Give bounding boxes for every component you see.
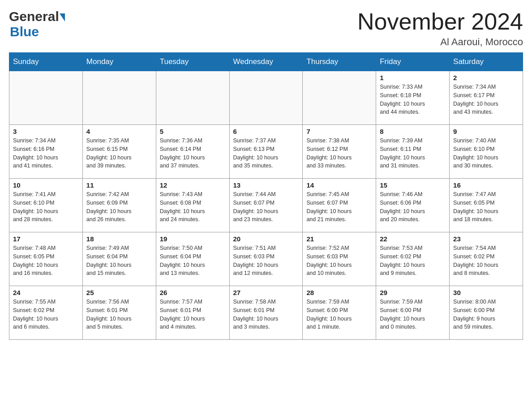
day-info: Sunrise: 7:54 AMSunset: 6:02 PMDaylight:…: [453, 244, 519, 278]
day-number: 17: [13, 235, 79, 243]
calendar-cell: 2Sunrise: 7:34 AMSunset: 6:17 PMDaylight…: [450, 71, 523, 125]
calendar-cell: 9Sunrise: 7:40 AMSunset: 6:10 PMDaylight…: [450, 125, 523, 179]
day-info: Sunrise: 7:59 AMSunset: 6:00 PMDaylight:…: [380, 298, 446, 331]
day-info: Sunrise: 7:42 AMSunset: 6:09 PMDaylight:…: [86, 190, 152, 224]
logo-arrow-icon: [60, 13, 65, 21]
location-label: Al Aaroui, Morocco: [357, 36, 523, 48]
calendar-cell: 13Sunrise: 7:44 AMSunset: 6:07 PMDayligh…: [229, 179, 303, 232]
day-info: Sunrise: 7:35 AMSunset: 6:15 PMDaylight:…: [86, 137, 152, 170]
calendar-cell: 1Sunrise: 7:33 AMSunset: 6:18 PMDaylight…: [376, 71, 450, 125]
day-info: Sunrise: 7:38 AMSunset: 6:12 PMDaylight:…: [306, 137, 372, 170]
day-info: Sunrise: 7:50 AMSunset: 6:04 PMDaylight:…: [160, 244, 226, 278]
calendar-header-row: Sunday Monday Tuesday Wednesday Thursday…: [9, 53, 523, 71]
day-number: 5: [160, 128, 226, 135]
day-info: Sunrise: 7:47 AMSunset: 6:05 PMDaylight:…: [453, 190, 519, 224]
calendar-cell: 10Sunrise: 7:41 AMSunset: 6:10 PMDayligh…: [9, 179, 83, 232]
logo-general-text: General: [9, 9, 59, 24]
day-number: 14: [306, 181, 372, 189]
day-info: Sunrise: 7:56 AMSunset: 6:01 PMDaylight:…: [86, 298, 152, 331]
calendar-cell: 16Sunrise: 7:47 AMSunset: 6:05 PMDayligh…: [450, 179, 523, 232]
calendar-cell: 8Sunrise: 7:39 AMSunset: 6:11 PMDaylight…: [376, 125, 450, 179]
day-number: 26: [160, 289, 226, 296]
calendar-cell: 21Sunrise: 7:52 AMSunset: 6:03 PMDayligh…: [303, 232, 376, 286]
calendar-cell: [229, 71, 303, 125]
day-number: 7: [306, 128, 372, 135]
day-number: 23: [453, 235, 519, 243]
calendar-cell: 15Sunrise: 7:46 AMSunset: 6:06 PMDayligh…: [376, 179, 450, 232]
day-number: 21: [306, 235, 372, 243]
day-number: 27: [233, 289, 299, 296]
day-number: 18: [86, 235, 152, 243]
day-info: Sunrise: 7:53 AMSunset: 6:02 PMDaylight:…: [380, 244, 446, 278]
logo-blue-text: Blue: [10, 24, 39, 39]
day-number: 24: [13, 289, 79, 296]
header-wednesday: Wednesday: [229, 53, 303, 71]
day-info: Sunrise: 7:49 AMSunset: 6:04 PMDaylight:…: [86, 244, 152, 278]
calendar-cell: [82, 71, 156, 125]
calendar-cell: [9, 71, 83, 125]
calendar-cell: 26Sunrise: 7:57 AMSunset: 6:01 PMDayligh…: [156, 286, 229, 340]
calendar-cell: 14Sunrise: 7:45 AMSunset: 6:07 PMDayligh…: [303, 179, 376, 232]
day-info: Sunrise: 7:55 AMSunset: 6:02 PMDaylight:…: [13, 298, 79, 331]
calendar-cell: 5Sunrise: 7:36 AMSunset: 6:14 PMDaylight…: [156, 125, 229, 179]
calendar-table: Sunday Monday Tuesday Wednesday Thursday…: [9, 52, 523, 340]
calendar-cell: 3Sunrise: 7:34 AMSunset: 6:16 PMDaylight…: [9, 125, 83, 179]
day-number: 3: [13, 128, 79, 135]
day-number: 22: [380, 235, 446, 243]
calendar-cell: 23Sunrise: 7:54 AMSunset: 6:02 PMDayligh…: [450, 232, 523, 286]
day-number: 25: [86, 289, 152, 296]
day-number: 15: [380, 181, 446, 189]
day-number: 8: [380, 128, 446, 135]
day-info: Sunrise: 7:57 AMSunset: 6:01 PMDaylight:…: [160, 298, 226, 331]
week-row-3: 10Sunrise: 7:41 AMSunset: 6:10 PMDayligh…: [9, 179, 523, 232]
header-thursday: Thursday: [303, 53, 376, 71]
week-row-5: 24Sunrise: 7:55 AMSunset: 6:02 PMDayligh…: [9, 286, 523, 340]
day-number: 10: [13, 181, 79, 189]
day-number: 11: [86, 181, 152, 189]
day-info: Sunrise: 7:41 AMSunset: 6:10 PMDaylight:…: [13, 190, 79, 224]
day-number: 13: [233, 181, 299, 189]
day-info: Sunrise: 7:58 AMSunset: 6:01 PMDaylight:…: [233, 298, 299, 331]
calendar-cell: 24Sunrise: 7:55 AMSunset: 6:02 PMDayligh…: [9, 286, 83, 340]
day-info: Sunrise: 7:36 AMSunset: 6:14 PMDaylight:…: [160, 137, 226, 170]
day-number: 19: [160, 235, 226, 243]
day-info: Sunrise: 7:33 AMSunset: 6:18 PMDaylight:…: [380, 83, 446, 116]
calendar-cell: 29Sunrise: 7:59 AMSunset: 6:00 PMDayligh…: [376, 286, 450, 340]
page-header: General Blue November 2024 Al Aaroui, Mo…: [9, 9, 523, 48]
calendar-cell: 12Sunrise: 7:43 AMSunset: 6:08 PMDayligh…: [156, 179, 229, 232]
day-info: Sunrise: 7:44 AMSunset: 6:07 PMDaylight:…: [233, 190, 299, 224]
day-info: Sunrise: 7:39 AMSunset: 6:11 PMDaylight:…: [380, 137, 446, 170]
day-info: Sunrise: 7:52 AMSunset: 6:03 PMDaylight:…: [306, 244, 372, 278]
day-info: Sunrise: 7:34 AMSunset: 6:16 PMDaylight:…: [13, 137, 79, 170]
day-number: 4: [86, 128, 152, 135]
day-number: 1: [380, 74, 446, 81]
day-number: 29: [380, 289, 446, 296]
header-sunday: Sunday: [9, 53, 83, 71]
day-number: 20: [233, 235, 299, 243]
header-friday: Friday: [376, 53, 450, 71]
day-info: Sunrise: 7:45 AMSunset: 6:07 PMDaylight:…: [306, 190, 372, 224]
day-number: 2: [453, 74, 519, 81]
calendar-cell: 20Sunrise: 7:51 AMSunset: 6:03 PMDayligh…: [229, 232, 303, 286]
title-section: November 2024 Al Aaroui, Morocco: [357, 9, 523, 48]
calendar-cell: 27Sunrise: 7:58 AMSunset: 6:01 PMDayligh…: [229, 286, 303, 340]
week-row-4: 17Sunrise: 7:48 AMSunset: 6:05 PMDayligh…: [9, 232, 523, 286]
day-info: Sunrise: 7:51 AMSunset: 6:03 PMDaylight:…: [233, 244, 299, 278]
day-info: Sunrise: 7:46 AMSunset: 6:06 PMDaylight:…: [380, 190, 446, 224]
calendar-cell: 11Sunrise: 7:42 AMSunset: 6:09 PMDayligh…: [82, 179, 156, 232]
day-number: 9: [453, 128, 519, 135]
day-info: Sunrise: 7:48 AMSunset: 6:05 PMDaylight:…: [13, 244, 79, 278]
day-number: 12: [160, 181, 226, 189]
header-saturday: Saturday: [450, 53, 523, 71]
week-row-2: 3Sunrise: 7:34 AMSunset: 6:16 PMDaylight…: [9, 125, 523, 179]
calendar-cell: 7Sunrise: 7:38 AMSunset: 6:12 PMDaylight…: [303, 125, 376, 179]
day-info: Sunrise: 7:40 AMSunset: 6:10 PMDaylight:…: [453, 137, 519, 170]
calendar-cell: 28Sunrise: 7:59 AMSunset: 6:00 PMDayligh…: [303, 286, 376, 340]
day-number: 6: [233, 128, 299, 135]
day-number: 28: [306, 289, 372, 296]
day-number: 16: [453, 181, 519, 189]
calendar-cell: 19Sunrise: 7:50 AMSunset: 6:04 PMDayligh…: [156, 232, 229, 286]
calendar-cell: 17Sunrise: 7:48 AMSunset: 6:05 PMDayligh…: [9, 232, 83, 286]
calendar-cell: 30Sunrise: 8:00 AMSunset: 6:00 PMDayligh…: [450, 286, 523, 340]
day-info: Sunrise: 7:43 AMSunset: 6:08 PMDaylight:…: [160, 190, 226, 224]
